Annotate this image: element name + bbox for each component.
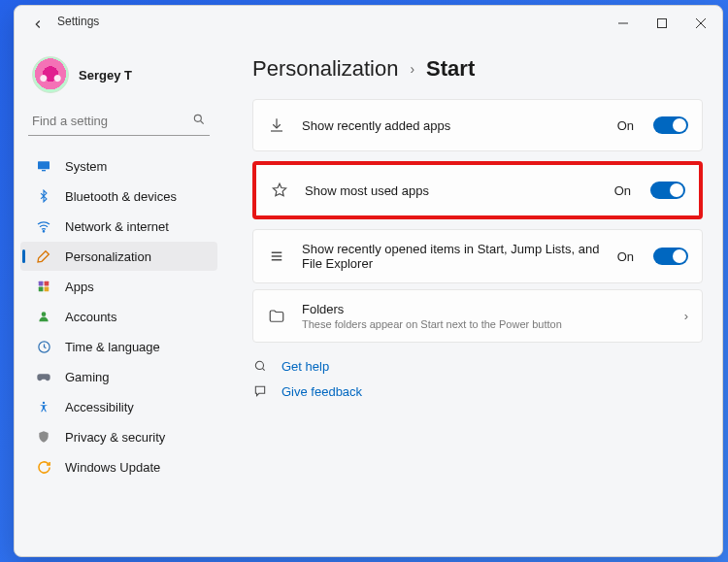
support-links: Get help Give feedback: [252, 358, 703, 399]
sidebar-item-network-internet[interactable]: Network & internet: [20, 212, 217, 241]
breadcrumb-parent[interactable]: Personalization: [252, 56, 398, 82]
window-title: Settings: [57, 15, 99, 28]
svg-point-12: [255, 361, 263, 369]
minimize-button[interactable]: [604, 10, 643, 37]
give-feedback-link[interactable]: Give feedback: [252, 383, 703, 399]
apps-icon: [36, 279, 51, 294]
setting-label: Show recently opened items in Start, Jum…: [302, 242, 602, 271]
sidebar-item-label: Gaming: [65, 370, 110, 384]
brush-icon: [36, 248, 51, 264]
person-icon: [36, 309, 51, 324]
toggle-state-text: On: [617, 249, 634, 264]
user-name: Sergey T: [79, 68, 132, 83]
close-button[interactable]: [681, 10, 720, 37]
toggle-state-text: On: [617, 118, 634, 133]
maximize-button[interactable]: [643, 10, 681, 37]
setting-row-1: Show most used appsOn: [252, 161, 703, 219]
folders-sublabel: These folders appear on Start next to th…: [302, 318, 669, 330]
svg-point-11: [43, 402, 45, 404]
chevron-right-icon: ›: [410, 61, 414, 77]
sidebar-item-label: Accessibility: [65, 400, 134, 414]
sidebar-item-label: Network & internet: [65, 219, 169, 234]
svg-rect-0: [658, 19, 667, 28]
svg-rect-3: [42, 170, 46, 171]
game-icon: [36, 369, 51, 384]
toggle-switch[interactable]: [653, 116, 688, 134]
sidebar-item-label: Bluetooth & devices: [65, 189, 177, 204]
sidebar-item-label: Apps: [65, 280, 94, 294]
setting-label: Show most used apps: [305, 183, 599, 198]
folders-label: Folders: [302, 302, 669, 316]
sidebar-item-label: System: [65, 159, 107, 174]
svg-rect-6: [45, 281, 50, 286]
sidebar-item-gaming[interactable]: Gaming: [20, 362, 217, 391]
sidebar-item-label: Accounts: [65, 310, 116, 324]
folder-icon: [267, 307, 286, 326]
toggle-switch[interactable]: [650, 182, 685, 199]
sidebar-item-time-language[interactable]: Time & language: [20, 332, 217, 361]
sidebar-item-windows-update[interactable]: Windows Update: [20, 452, 217, 481]
setting-row-0: Show recently added appsOn: [252, 99, 703, 151]
sidebar-item-label: Windows Update: [65, 460, 160, 475]
breadcrumb: Personalization › Start: [252, 56, 703, 82]
search-icon: [192, 113, 206, 129]
setting-row-2: Show recently opened items in Start, Jum…: [252, 229, 703, 283]
feedback-icon: [252, 383, 268, 399]
settings-window: Settings Sergey T SystemBluetooth & devi…: [14, 5, 723, 557]
bluetooth-icon: [36, 188, 51, 204]
sidebar-item-system[interactable]: System: [20, 151, 217, 181]
sidebar-item-label: Personalization: [65, 249, 151, 264]
sidebar-item-label: Time & language: [65, 340, 160, 354]
sidebar-item-accessibility[interactable]: Accessibility: [20, 392, 217, 421]
main-content: Personalization › Start Show recently ad…: [223, 41, 722, 556]
svg-point-9: [42, 312, 47, 316]
svg-rect-7: [39, 287, 44, 292]
breadcrumb-current: Start: [426, 56, 475, 82]
clock-icon: [36, 339, 51, 354]
toggle-state-text: On: [614, 183, 631, 198]
sidebar-item-privacy-security[interactable]: Privacy & security: [20, 422, 217, 451]
back-button[interactable]: [28, 15, 48, 34]
nav-list: SystemBluetooth & devicesNetwork & inter…: [15, 151, 223, 481]
search-box[interactable]: [28, 107, 210, 136]
access-icon: [36, 399, 51, 414]
titlebar: Settings: [15, 6, 722, 41]
search-input[interactable]: [32, 114, 178, 128]
download-icon: [267, 116, 286, 135]
sidebar-item-label: Privacy & security: [65, 430, 165, 445]
star-icon: [270, 181, 289, 200]
wifi-icon: [36, 218, 51, 234]
update-icon: [36, 459, 51, 475]
sidebar-item-personalization[interactable]: Personalization: [20, 242, 217, 271]
list-icon: [267, 247, 286, 266]
setting-label: Show recently added apps: [302, 118, 602, 133]
display-icon: [36, 158, 51, 174]
svg-rect-8: [45, 287, 50, 292]
sidebar-item-accounts[interactable]: Accounts: [20, 302, 217, 331]
sidebar-item-apps[interactable]: Apps: [20, 272, 217, 301]
sidebar: Sergey T SystemBluetooth & devicesNetwor…: [15, 41, 223, 556]
help-icon: [252, 358, 268, 374]
folders-row[interactable]: Folders These folders appear on Start ne…: [252, 289, 703, 343]
shield-icon: [36, 429, 51, 445]
give-feedback-text[interactable]: Give feedback: [281, 384, 362, 399]
sidebar-item-bluetooth-devices[interactable]: Bluetooth & devices: [20, 182, 217, 211]
folders-label-block: Folders These folders appear on Start ne…: [302, 302, 669, 330]
user-profile[interactable]: Sergey T: [15, 47, 223, 107]
chevron-right-icon: ›: [684, 309, 688, 323]
svg-rect-2: [38, 161, 50, 169]
get-help-link[interactable]: Get help: [252, 358, 703, 374]
svg-point-1: [194, 115, 201, 121]
avatar: [32, 56, 69, 93]
svg-point-4: [43, 231, 44, 232]
get-help-text[interactable]: Get help: [281, 359, 329, 374]
toggle-switch[interactable]: [653, 248, 688, 265]
svg-rect-5: [39, 281, 44, 286]
